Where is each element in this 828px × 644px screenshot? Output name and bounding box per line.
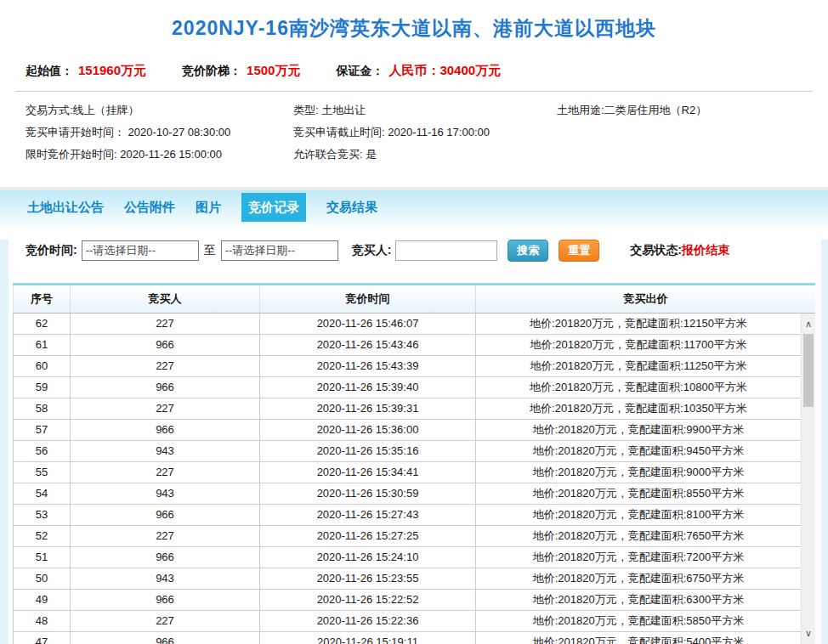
header-section: 2020NJY-16南沙湾英东大道以南、港前大道以西地块 起始值： 151960…	[0, 0, 828, 187]
table-row: 49 966 2020-11-26 15:22:52 地价:201820万元，竞…	[13, 590, 801, 611]
bid-table: 序号 竞买人 竞价时间 竞买出价 62 227 2020-11-26 15:46…	[13, 283, 815, 644]
cell-seq: 56	[14, 441, 71, 461]
cell-bid-time: 2020-11-26 15:39:31	[260, 398, 476, 419]
land-use: 土地用途:二类居住用地（R2）	[557, 104, 819, 117]
table-row: 57 966 2020-11-26 15:36:00 地价:201820万元，竞…	[13, 420, 801, 441]
joint-bid-allowed: 允许联合竞买: 是	[293, 148, 557, 161]
cell-seq: 59	[14, 377, 71, 398]
cell-bidder: 227	[71, 462, 260, 483]
cell-bidder: 966	[71, 377, 260, 398]
trade-status: 交易状态:报价结束	[630, 243, 729, 258]
cell-bidder: 966	[71, 590, 260, 610]
cell-bid-offer: 地价:201820万元，竞配建面积:5850平方米	[476, 611, 801, 631]
table-row: 59 966 2020-11-26 15:39:40 地价:201820万元，竞…	[13, 377, 801, 398]
cell-seq: 47	[14, 632, 71, 644]
cell-bidder: 227	[71, 611, 260, 631]
cell-bidder: 966	[71, 547, 260, 568]
cell-bid-time: 2020-11-26 15:24:10	[260, 547, 476, 568]
deposit-group: 保证金： 人民币：30400万元	[336, 63, 501, 79]
table-row: 50 943 2020-11-26 15:23:55 地价:201820万元，竞…	[13, 568, 801, 590]
cell-bid-time: 2020-11-26 15:22:36	[260, 611, 476, 631]
bid-time-label: 竞价时间:	[26, 243, 77, 258]
summary-bar: 起始值： 151960万元 竞价阶梯： 1500万元 保证金： 人民币：3040…	[0, 63, 828, 79]
table-row: 48 227 2020-11-26 15:22:36 地价:201820万元，竞…	[13, 611, 801, 632]
page-title: 2020NJY-16南沙湾英东大道以南、港前大道以西地块	[0, 15, 828, 42]
bid-step-label: 竞价阶梯：	[182, 64, 241, 79]
bid-table-header: 序号 竞买人 竞价时间 竞买出价	[13, 285, 815, 314]
table-row: 52 227 2020-11-26 15:27:25 地价:201820万元，竞…	[13, 526, 801, 547]
cell-bid-time: 2020-11-26 15:39:40	[260, 377, 476, 398]
bid-records-panel: 竞价时间: 至 竞买人: 搜索 重置 交易状态:报价结束 序号 竞买人 竞价时间…	[0, 240, 828, 644]
cell-bid-offer: 地价:201820万元，竞配建面积:5400平方米	[476, 632, 801, 644]
cell-bidder: 966	[71, 505, 260, 525]
cell-bid-time: 2020-11-26 15:35:16	[260, 441, 476, 461]
tab-bid-records[interactable]: 竞价记录	[241, 193, 306, 222]
tab-notice-attachments[interactable]: 公告附件	[124, 193, 175, 222]
deposit-value: 人民币：30400万元	[388, 63, 501, 79]
cell-seq: 52	[14, 526, 71, 546]
cell-bid-offer: 地价:201820万元，竞配建面积:9450平方米	[476, 441, 801, 461]
details-empty-1	[557, 126, 819, 139]
scroll-down-icon[interactable]: ∨	[802, 624, 815, 641]
date-to-input[interactable]	[221, 240, 338, 261]
scroll-up-icon[interactable]: ∧	[802, 315, 815, 332]
cell-bid-offer: 地价:201820万元，竞配建面积:7200平方米	[476, 547, 801, 568]
table-row: 62 227 2020-11-26 15:46:07 地价:201820万元，竞…	[13, 314, 801, 335]
details-grid: 交易方式:线上（挂牌） 类型: 土地出让 土地用途:二类居住用地（R2） 竞买申…	[0, 92, 828, 161]
header-bidder: 竞买人	[71, 285, 260, 313]
search-button[interactable]: 搜索	[508, 240, 548, 262]
trade-status-value: 报价结束	[682, 243, 729, 257]
scrollbar-thumb[interactable]	[803, 334, 814, 407]
cell-bidder: 966	[71, 420, 260, 440]
cell-bidder: 227	[71, 314, 260, 334]
cell-bid-offer: 地价:201820万元，竞配建面积:7650平方米	[476, 526, 801, 546]
cell-seq: 54	[14, 483, 71, 504]
cell-bid-offer: 地价:201820万元，竞配建面积:6750平方米	[476, 568, 801, 589]
cell-bid-offer: 地价:201820万元，竞配建面积:12150平方米	[476, 314, 801, 334]
table-row: 55 227 2020-11-26 15:34:41 地价:201820万元，竞…	[13, 462, 801, 483]
cell-seq: 57	[14, 420, 71, 440]
cell-seq: 62	[14, 314, 71, 334]
tab-land-notice[interactable]: 土地出让公告	[27, 193, 104, 222]
table-row: 58 227 2020-11-26 15:39:31 地价:201820万元，竞…	[13, 398, 801, 420]
cell-seq: 51	[14, 547, 71, 568]
cell-bid-time: 2020-11-26 15:27:25	[260, 526, 476, 546]
cell-bid-offer: 地价:201820万元，竞配建面积:8550平方米	[476, 483, 801, 504]
cell-bid-offer: 地价:201820万元，竞配建面积:9000平方米	[476, 462, 801, 483]
cell-bid-time: 2020-11-26 15:46:07	[260, 314, 476, 334]
trade-type: 类型: 土地出让	[293, 104, 557, 117]
cell-seq: 53	[14, 505, 71, 525]
cell-seq: 50	[14, 568, 71, 589]
cell-bidder: 227	[71, 398, 260, 419]
cell-bid-time: 2020-11-26 15:27:43	[260, 505, 476, 525]
to-label: 至	[204, 243, 216, 258]
cell-bidder: 966	[71, 335, 260, 355]
cell-seq: 48	[14, 611, 71, 631]
cell-bid-time: 2020-11-26 15:23:55	[260, 568, 476, 589]
limited-bid-start-time: 限时竞价开始时间: 2020-11-26 15:00:00	[26, 148, 293, 161]
cell-bid-offer: 地价:201820万元，竞配建面积:11700平方米	[476, 335, 801, 355]
bidder-input[interactable]	[395, 240, 497, 261]
date-from-input[interactable]	[82, 240, 199, 261]
deposit-label: 保证金：	[336, 64, 383, 79]
cell-seq: 61	[14, 335, 71, 355]
tab-trade-result[interactable]: 交易结果	[326, 193, 377, 222]
start-value-group: 起始值： 151960万元	[26, 63, 146, 79]
table-scrollbar[interactable]: ∧ ∨	[801, 314, 815, 644]
bid-table-body-wrap: 62 227 2020-11-26 15:46:07 地价:201820万元，竞…	[13, 314, 815, 644]
land-auction-page: 2020NJY-16南沙湾英东大道以南、港前大道以西地块 起始值： 151960…	[0, 0, 828, 644]
apply-start-time: 竞买申请开始时间： 2020-10-27 08:30:00	[26, 126, 293, 139]
cell-bid-time: 2020-11-26 15:43:39	[260, 356, 476, 376]
table-row: 54 943 2020-11-26 15:30:59 地价:201820万元，竞…	[13, 483, 801, 505]
cell-bid-time: 2020-11-26 15:36:00	[260, 420, 476, 440]
table-row: 53 966 2020-11-26 15:27:43 地价:201820万元，竞…	[13, 505, 801, 526]
cell-bidder: 227	[71, 526, 260, 546]
tab-pictures[interactable]: 图片	[196, 193, 221, 222]
table-row: 60 227 2020-11-26 15:43:39 地价:201820万元，竞…	[13, 356, 801, 377]
cell-seq: 60	[14, 356, 71, 376]
header-bid-time: 竞价时间	[260, 285, 476, 313]
start-value-label: 起始值：	[26, 64, 73, 79]
reset-button[interactable]: 重置	[559, 240, 599, 262]
bid-step-group: 竞价阶梯： 1500万元	[182, 63, 300, 79]
bid-step-value: 1500万元	[247, 63, 300, 79]
